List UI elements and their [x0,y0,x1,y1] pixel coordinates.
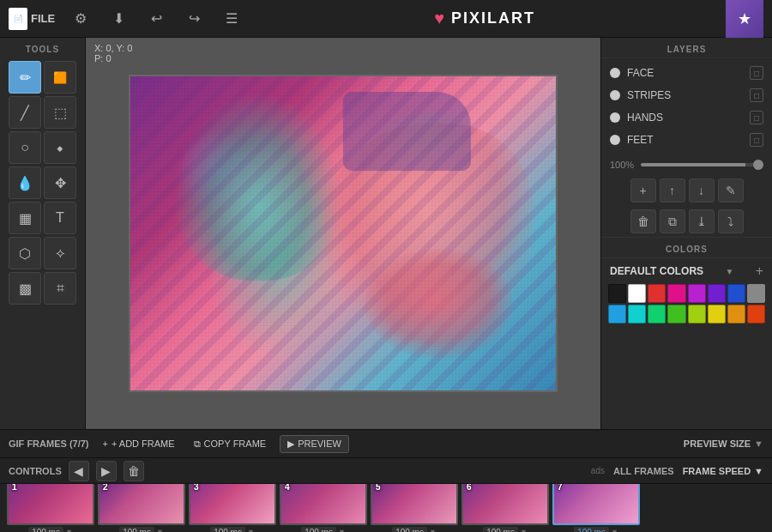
frame-thumb-7[interactable]: 7 [552,484,640,525]
tool-fill[interactable]: ⬥ [44,131,76,164]
redo-icon[interactable]: ↪ [182,7,206,31]
frame-item-1[interactable]: 1 100 ms ▼ [7,484,94,532]
default-colors-add-icon[interactable]: + [756,263,763,279]
layer-face[interactable]: FACE □ [601,62,772,84]
tool-eyedropper[interactable]: 💧 [9,166,41,199]
layer-stripes[interactable]: STRIPES □ [601,84,772,106]
tool-spray[interactable]: ⬡ [9,237,41,269]
layer-export-button[interactable]: ⤓ [689,209,715,233]
preview-size-button[interactable]: PREVIEW SIZE ▼ [684,438,763,449]
tool-circle[interactable]: ○ [9,131,41,164]
undo-icon[interactable]: ↩ [144,7,168,31]
layer-hands-name: HANDS [627,112,663,124]
frame-5-speed: 100 ms [392,527,427,533]
color-swatch-orange[interactable] [727,305,745,323]
add-frame-button[interactable]: + + ADD FRAME [98,436,180,451]
menu-icon[interactable]: ☰ [220,7,244,31]
color-swatch-cyan[interactable] [628,305,646,323]
layer-stripes-eye[interactable]: □ [750,88,763,102]
frame-item-3[interactable]: 3 100 ms ▼ [189,484,276,532]
frame-item-2[interactable]: 2 100 ms ▼ [98,484,185,532]
layer-up-button[interactable]: ↑ [660,178,685,203]
frame-thumb-5[interactable]: 5 [371,484,458,525]
canvas-area[interactable]: X: 0, Y: 0 P: 0 [86,38,600,429]
layers-list: FACE □ STRIPES □ HANDS □ [601,58,772,154]
ads-label: ads [591,466,605,475]
layer-feet[interactable]: FEET □ [601,129,772,151]
tool-checker[interactable]: ▩ [9,272,41,305]
file-icon: 📄 [9,8,27,30]
frame-item-5[interactable]: 5 100 ms ▼ [371,484,458,532]
tool-wand[interactable]: ⟡ [44,237,76,269]
gif-frames-label: GIF FRAMES (7/7) [9,438,89,449]
frame-1-speed: 100 ms [28,527,63,533]
canvas-image[interactable] [129,75,558,392]
layer-copy-button[interactable]: ⧉ [660,209,685,233]
preview-button[interactable]: ▶ PREVIEW [280,435,349,453]
color-swatch-green[interactable] [667,305,685,323]
tool-dither[interactable]: ▦ [9,202,41,234]
frame-6-speed: 100 ms [483,527,518,533]
next-frame-button[interactable]: ▶ [96,461,117,481]
layer-add-button[interactable]: + [630,178,656,203]
file-button[interactable]: 📄 FILE [9,8,55,30]
color-swatch-vermillion[interactable] [747,305,765,323]
layer-face-eye[interactable]: □ [750,66,763,80]
default-colors-arrow-icon[interactable]: ▼ [725,267,733,276]
copy-frame-button[interactable]: ⧉ COPY FRAME [189,436,272,452]
download-icon[interactable]: ⬇ [106,7,130,31]
color-swatch-teal[interactable] [648,305,666,323]
frame-5-arrow-icon: ▼ [429,528,437,532]
frame-1-arrow-icon: ▼ [65,528,73,532]
layer-down-button[interactable]: ↓ [689,178,715,203]
color-swatch-lime[interactable] [688,305,706,323]
frame-3-arrow-icon: ▼ [247,528,255,532]
frame-thumb-6[interactable]: 6 [461,484,549,525]
layers-title: LAYERS [601,38,772,58]
frame-item-6[interactable]: 6 100 ms ▼ [461,484,549,532]
color-swatch-yellow[interactable] [708,305,726,323]
color-swatch-white[interactable] [628,284,646,303]
opacity-slider[interactable] [641,163,763,166]
color-swatch-light-blue[interactable] [747,284,765,303]
color-swatch-sky[interactable] [608,305,626,323]
all-frames-button[interactable]: ALL FRAMES [613,466,674,476]
layer-feet-eye[interactable]: □ [750,133,763,147]
color-swatch-black[interactable] [608,284,626,303]
preview-size-arrow-icon: ▼ [754,438,763,449]
frame-thumb-3[interactable]: 3 [189,484,276,525]
layer-merge-button[interactable]: ⤵ [718,209,744,233]
tool-eraser[interactable]: 🟧 [44,61,76,94]
tool-pencil[interactable]: ✏ [9,61,41,94]
right-panel: LAYERS FACE □ STRIPES □ HANDS [600,38,772,429]
frame-7-arrow-icon: ▼ [611,528,618,532]
delete-frame-button[interactable]: 🗑 [124,461,144,481]
settings-icon[interactable]: ⚙ [69,7,93,31]
color-swatch-purple[interactable] [688,284,706,303]
tool-move[interactable]: ✥ [44,166,76,199]
tool-line[interactable]: ╱ [9,96,41,129]
frame-item-4[interactable]: 4 100 ms ▼ [280,484,367,532]
layer-edit-button[interactable]: ✎ [718,178,744,203]
color-swatch-blue[interactable] [727,284,745,303]
frame-thumb-2[interactable]: 2 [98,484,185,525]
prev-frame-button[interactable]: ◀ [69,461,89,481]
frames-list: 1 100 ms ▼ 2 100 ms ▼ 3 100 ms ▼ 4 100 m… [0,484,772,532]
layer-visibility-dot [610,112,620,123]
tool-crop[interactable]: ⌗ [44,272,76,305]
tool-select[interactable]: ⬚ [44,96,76,129]
layer-hands[interactable]: HANDS □ [601,106,772,129]
layer-hands-eye[interactable]: □ [750,111,763,124]
tool-text[interactable]: T [44,202,76,234]
color-swatch-violet[interactable] [708,284,726,303]
star-button[interactable]: ★ [726,0,763,38]
frame-thumb-4[interactable]: 4 [280,484,367,525]
frame-3-speed: 100 ms [210,527,245,533]
frame-item-7[interactable]: 7 100 ms ▼ [552,484,640,532]
color-swatch-red[interactable] [648,284,666,303]
color-swatch-pink[interactable] [667,284,685,303]
frame-thumb-1[interactable]: 1 [7,484,94,525]
frame-speed-button[interactable]: FRAME SPEED ▼ [683,466,763,476]
logo-text: PIXILART [451,9,535,27]
layer-delete-button[interactable]: 🗑 [630,209,656,233]
